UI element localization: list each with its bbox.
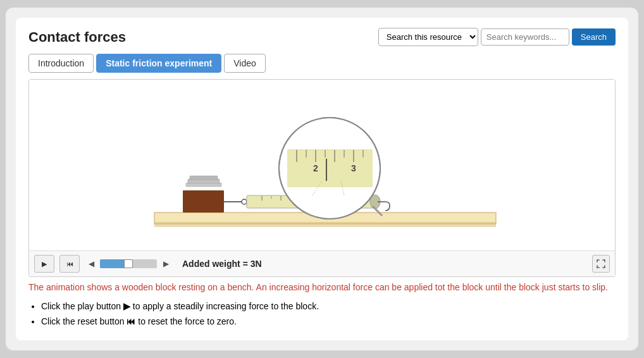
tab-introduction[interactable]: Introduction: [28, 54, 94, 73]
search-keywords-input[interactable]: [481, 28, 569, 46]
svg-text:3: 3: [351, 163, 356, 173]
slider-right-arrow[interactable]: ▶: [159, 257, 172, 270]
bullets-list: Click the play button ▶ to apply a stead…: [41, 299, 616, 330]
slider-thumb[interactable]: [124, 259, 133, 268]
slider-track[interactable]: [100, 259, 157, 268]
svg-rect-3: [183, 190, 224, 213]
svg-text:2: 2: [313, 163, 318, 173]
svg-rect-2: [154, 222, 496, 227]
play-button[interactable]: ▶: [34, 255, 54, 273]
bullet-2: Click the reset button ⏮ to reset the fo…: [41, 314, 616, 330]
tab-static-friction[interactable]: Static friction experiment: [96, 54, 221, 73]
controls-bar: ▶ ⏮ ◀ ▶ Added weight = 3N: [29, 250, 615, 276]
slider-left-arrow[interactable]: ◀: [85, 257, 97, 270]
description-text-red: The animation shows a wooden block resti…: [28, 282, 519, 292]
search-button[interactable]: Search: [572, 28, 616, 46]
bullet-1: Click the play button ▶ to apply a stead…: [41, 299, 616, 314]
fullscreen-icon: [597, 259, 605, 268]
svg-rect-27: [287, 149, 373, 187]
slider-container: ◀ ▶: [85, 257, 172, 270]
inner-container: Contact forces Search this resource Sear…: [16, 18, 628, 340]
search-area: Search this resource Search: [378, 28, 616, 46]
description-text-red2: block just starts to slip.: [519, 282, 608, 292]
weight-label: Added weight = 3N: [182, 259, 262, 269]
header-row: Contact forces Search this resource Sear…: [28, 28, 616, 46]
description-paragraph: The animation shows a wooden block resti…: [28, 281, 616, 294]
tab-video[interactable]: Video: [224, 54, 266, 73]
tabs-row: Introduction Static friction experiment …: [28, 54, 616, 73]
page-title: Contact forces: [28, 29, 126, 46]
animation-canvas: 5 10 2: [29, 80, 615, 250]
search-resource-select[interactable]: Search this resource: [378, 28, 478, 46]
fullscreen-button[interactable]: [592, 255, 610, 273]
reset-button[interactable]: ⏮: [59, 255, 80, 273]
outer-container: Contact forces Search this resource Sear…: [6, 8, 638, 350]
animation-area: 5 10 2: [28, 79, 616, 277]
svg-rect-6: [190, 176, 218, 180]
